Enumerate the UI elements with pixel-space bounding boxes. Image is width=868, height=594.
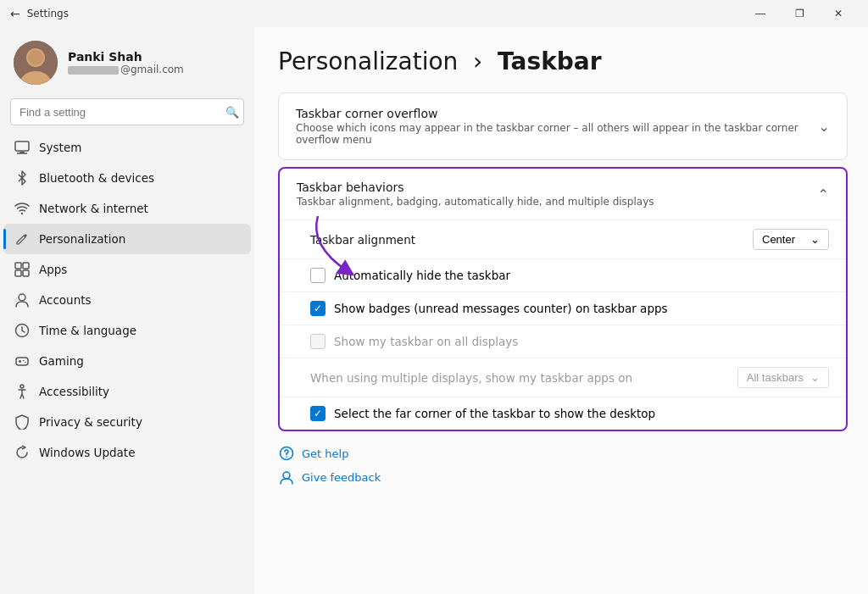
sidebar-item-gaming[interactable]: Gaming	[3, 346, 251, 376]
alignment-dropdown[interactable]: Center ⌄	[753, 229, 829, 250]
sidebar-item-bluetooth-label: Bluetooth & devices	[39, 171, 154, 185]
apps-icon	[14, 261, 31, 278]
give-feedback-label: Give feedback	[302, 471, 381, 484]
alignment-label: Taskbar alignment	[310, 233, 415, 247]
far-corner-checkbox[interactable]	[310, 406, 326, 421]
show-badges-row: Show badges (unread messages counter) on…	[280, 291, 846, 325]
get-help-label: Get help	[302, 447, 348, 460]
sidebar-item-update[interactable]: Windows Update	[3, 437, 251, 468]
app-title: Settings	[27, 8, 69, 19]
sidebar-item-personalization[interactable]: Personalization	[3, 224, 251, 254]
corner-overflow-chevron: ⌄	[819, 119, 830, 135]
sidebar-item-apps[interactable]: Apps	[3, 254, 251, 285]
page-title: Personalization › Taskbar	[278, 47, 848, 75]
behaviors-section: Taskbar behaviors Taskbar alignment, bad…	[278, 167, 848, 431]
auto-hide-label[interactable]: Automatically hide the taskbar	[334, 269, 510, 282]
svg-point-21	[286, 456, 287, 458]
sidebar-item-system[interactable]: System	[3, 132, 251, 163]
give-feedback-link[interactable]: Give feedback	[278, 469, 848, 486]
nav-list: System Bluetooth & devices Network & int…	[0, 132, 254, 468]
back-icon[interactable]: ←	[10, 7, 20, 20]
maximize-button[interactable]: ❐	[780, 0, 819, 27]
svg-point-19	[20, 385, 24, 388]
behaviors-header[interactable]: Taskbar behaviors Taskbar alignment, bad…	[280, 169, 846, 219]
svg-point-12	[19, 294, 25, 301]
accessibility-icon	[14, 383, 31, 400]
user-info: Panki Shah @gmail.com	[68, 50, 184, 75]
svg-rect-9	[23, 263, 29, 269]
svg-point-17	[23, 360, 25, 362]
all-displays-checkbox[interactable]	[310, 334, 326, 349]
alignment-value: Center	[762, 233, 795, 246]
sidebar-item-apps-label: Apps	[39, 263, 67, 276]
alignment-row: Taskbar alignment Center ⌄	[280, 219, 846, 258]
sidebar-item-time[interactable]: Time & language	[3, 315, 251, 346]
sidebar-item-system-label: System	[39, 141, 81, 154]
auto-hide-row: Automatically hide the taskbar	[280, 258, 846, 291]
auto-hide-checkbox[interactable]	[310, 268, 326, 283]
sidebar-item-update-label: Windows Update	[39, 446, 135, 459]
user-email: @gmail.com	[68, 64, 184, 75]
all-displays-row: Show my taskbar on all displays	[280, 325, 846, 358]
corner-overflow-header[interactable]: Taskbar corner overflow Choose which ico…	[279, 93, 847, 159]
sidebar-item-network[interactable]: Network & internet	[3, 193, 251, 224]
svg-rect-14	[16, 358, 28, 365]
update-icon	[14, 444, 31, 461]
title-bar: ← Settings — ❐ ✕	[0, 0, 868, 27]
sidebar-item-accessibility[interactable]: Accessibility	[3, 376, 251, 407]
sidebar-item-accounts[interactable]: Accounts	[3, 285, 251, 315]
title-bar-left: ← Settings	[10, 7, 69, 20]
auto-hide-row-wrapper: Automatically hide the taskbar	[280, 258, 846, 291]
privacy-icon	[14, 414, 31, 430]
window-controls: — ❐ ✕	[741, 0, 858, 27]
breadcrumb-personalization: Personalization	[278, 47, 458, 75]
show-badges-checkbox[interactable]	[310, 301, 326, 316]
bluetooth-icon	[14, 169, 31, 186]
sidebar-item-accessibility-label: Accessibility	[39, 385, 109, 398]
behaviors-title: Taskbar behaviors	[297, 180, 654, 194]
svg-rect-10	[15, 270, 21, 276]
sidebar-item-privacy-label: Privacy & security	[39, 415, 142, 429]
network-icon	[14, 200, 31, 217]
corner-overflow-section: Taskbar corner overflow Choose which ico…	[278, 92, 848, 160]
app-body: Panki Shah @gmail.com 🔍 System	[0, 27, 868, 594]
behaviors-title-group: Taskbar behaviors Taskbar alignment, bad…	[297, 180, 654, 208]
get-help-link[interactable]: Get help	[278, 445, 848, 462]
get-help-icon	[278, 445, 295, 462]
multiple-displays-chevron-icon: ⌄	[810, 371, 820, 384]
breadcrumb-taskbar: Taskbar	[498, 47, 601, 75]
system-icon	[14, 139, 31, 156]
all-displays-label[interactable]: Show my taskbar on all displays	[334, 335, 518, 348]
multiple-displays-value: All taskbars	[747, 371, 804, 384]
page-header: Personalization › Taskbar	[278, 47, 848, 75]
sidebar-item-privacy[interactable]: Privacy & security	[3, 407, 251, 437]
svg-rect-4	[15, 142, 29, 151]
footer-links: Get help Give feedback	[278, 445, 848, 486]
alignment-chevron-icon: ⌄	[810, 233, 820, 246]
show-badges-label[interactable]: Show badges (unread messages counter) on…	[334, 302, 668, 315]
svg-point-3	[28, 50, 43, 65]
multiple-displays-label: When using multiple displays, show my ta…	[310, 371, 632, 385]
svg-rect-11	[23, 270, 29, 276]
sidebar: Panki Shah @gmail.com 🔍 System	[0, 27, 254, 594]
far-corner-label[interactable]: Select the far corner of the taskbar to …	[334, 407, 655, 420]
multiple-displays-dropdown[interactable]: All taskbars ⌄	[737, 367, 829, 388]
close-button[interactable]: ✕	[819, 0, 858, 27]
main-content: Personalization › Taskbar Taskbar corner…	[254, 27, 868, 594]
user-section: Panki Shah @gmail.com	[0, 27, 254, 95]
personalization-icon	[14, 230, 31, 247]
svg-point-7	[21, 213, 23, 214]
search-icon[interactable]: 🔍	[225, 106, 239, 119]
search-input[interactable]	[10, 98, 244, 125]
behaviors-chevron: ⌃	[818, 186, 829, 203]
far-corner-row: Select the far corner of the taskbar to …	[280, 397, 846, 430]
sidebar-item-bluetooth[interactable]: Bluetooth & devices	[3, 163, 251, 193]
svg-point-18	[25, 362, 26, 364]
minimize-button[interactable]: —	[741, 0, 780, 27]
user-name: Panki Shah	[68, 50, 184, 64]
svg-point-22	[283, 472, 290, 479]
corner-overflow-title-group: Taskbar corner overflow Choose which ico…	[296, 107, 819, 146]
multiple-displays-row: When using multiple displays, show my ta…	[280, 358, 846, 397]
gaming-icon	[14, 353, 31, 369]
give-feedback-icon	[278, 469, 295, 486]
